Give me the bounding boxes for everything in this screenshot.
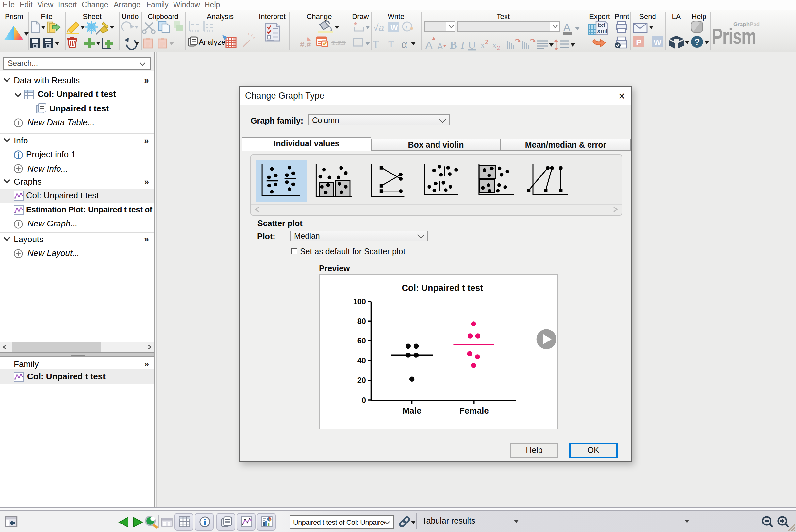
svg-text:P: P <box>636 38 641 48</box>
svg-text:W: W <box>653 38 662 48</box>
svg-text:Male: Male <box>402 406 421 416</box>
svg-text:Analyze: Analyze <box>199 38 226 46</box>
svg-text:√a: √a <box>373 22 384 33</box>
svg-text:B: B <box>450 39 457 51</box>
svg-text:T: T <box>388 39 394 49</box>
svg-text:2: 2 <box>497 45 500 51</box>
svg-text:80: 80 <box>358 317 366 325</box>
svg-text:Female: Female <box>460 406 489 416</box>
svg-text:?: ? <box>694 37 700 47</box>
svg-text:A: A <box>425 39 433 51</box>
svg-text:x: x <box>492 40 497 50</box>
svg-text:20: 20 <box>358 376 366 385</box>
svg-text:60: 60 <box>358 337 366 345</box>
svg-text:I: I <box>460 39 465 51</box>
svg-text:100: 100 <box>353 297 366 306</box>
svg-text:40: 40 <box>358 357 366 365</box>
svg-text:i: i <box>405 23 408 31</box>
svg-text:A: A <box>563 22 570 33</box>
svg-text:Col: Unpaired t test: Col: Unpaired t test <box>402 283 483 293</box>
svg-text:2: 2 <box>485 39 488 45</box>
svg-text:#.#: #.# <box>300 40 311 49</box>
svg-text:A: A <box>437 41 443 51</box>
svg-text:xml: xml <box>597 27 608 34</box>
svg-text:x: x <box>480 40 485 50</box>
svg-text:W: W <box>391 23 398 32</box>
svg-text:α: α <box>401 39 408 50</box>
svg-text:0: 0 <box>362 396 366 404</box>
svg-text:T: T <box>373 38 379 50</box>
svg-text:U: U <box>468 39 476 51</box>
